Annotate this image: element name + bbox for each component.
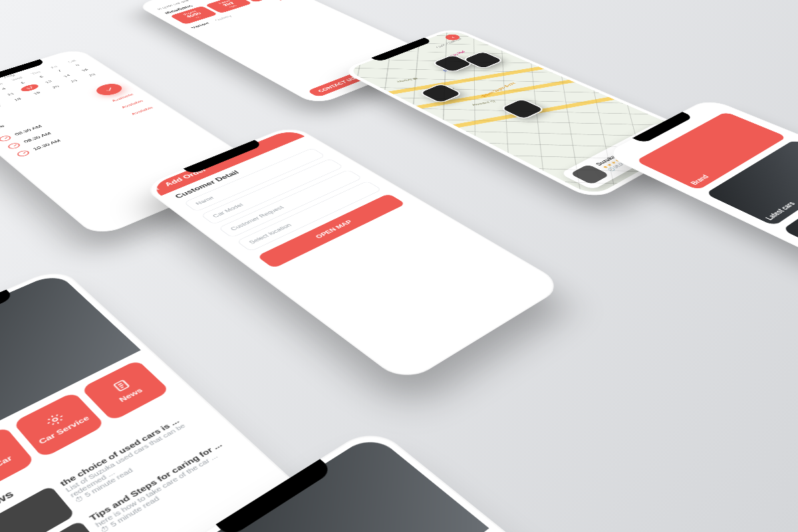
calendar-day[interactable]: 17: [0, 101, 9, 111]
svg-point-7: [52, 418, 58, 422]
view-all-link[interactable]: View all: [277, 0, 293, 1]
poi-label: Civic City Hall: [441, 51, 466, 61]
street-label: Mission St: [431, 87, 455, 93]
poi-label: CIVIC CENTER: [435, 38, 463, 49]
map-pin[interactable]: [418, 83, 464, 104]
back-button[interactable]: ‹: [443, 33, 463, 41]
tab-variant[interactable]: Variant: [190, 22, 211, 29]
time-label: Time: [0, 124, 5, 132]
street-label: Howard St: [471, 100, 496, 106]
poi-label: Bill Graham Civic Auditorium: [442, 53, 490, 72]
poi-label: Shizen Vegan Sushi: [480, 82, 516, 98]
service-thumb: [570, 164, 610, 185]
street-label: Market St: [396, 77, 418, 82]
map-pin[interactable]: [431, 55, 474, 73]
map-pin[interactable]: [499, 98, 546, 120]
map-pin[interactable]: [462, 51, 504, 69]
clock-icon: [15, 150, 31, 158]
tab-gallery[interactable]: Gallery: [213, 15, 233, 21]
